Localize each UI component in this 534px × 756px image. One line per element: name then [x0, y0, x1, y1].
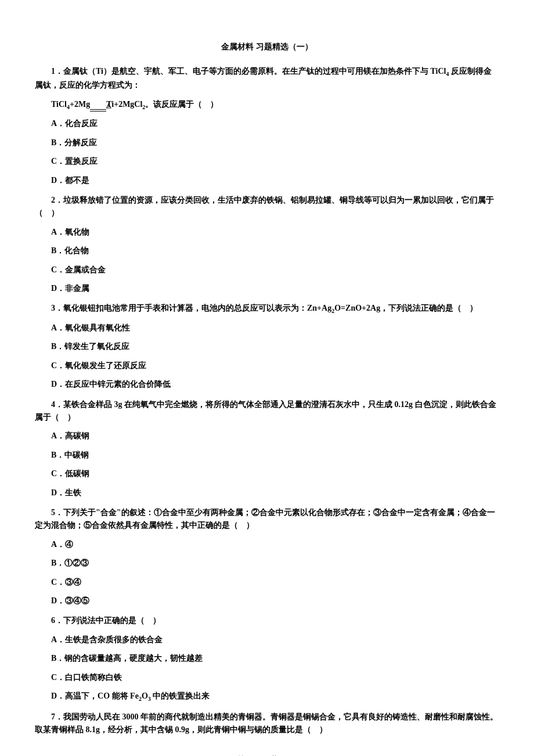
- q3-opt-d: D．在反应中锌元素的化合价降低: [35, 378, 499, 391]
- q1-eq-d: 。该反应属于（ ）: [145, 100, 218, 109]
- q3-opt-c: C．氧化银发生了还原反应: [35, 359, 499, 372]
- page-footer: 第 - 1 - 页 共 96 页: [35, 754, 499, 756]
- q2-opt-d: D．非金属: [35, 282, 499, 295]
- q1-opt-b: B．分解反应: [35, 136, 499, 149]
- q1-equation: TiCl4+2Mg△Ti+2MgCl2。该反应属于（ ）: [35, 98, 499, 112]
- q6-d-b: O: [142, 692, 148, 700]
- q6-d-c: 中的铁置换出来: [151, 692, 210, 700]
- q1-eq-b: +2Mg: [70, 100, 90, 109]
- q1-text: 1．金属钛（Ti）是航空、宇航、军工、电子等方面的必需原料。在生产钛的过程中可用…: [35, 65, 499, 92]
- q6-d-a: D．高温下，CO 能将 Fe: [51, 692, 139, 700]
- q5-opt-c: C．③④: [35, 576, 499, 589]
- q2-opt-b: B．化合物: [35, 244, 499, 257]
- page-title: 金属材料 习题精选（一）: [35, 41, 499, 53]
- q2-opt-c: C．金属或合金: [35, 264, 499, 276]
- q6-text: 6．下列说法中正确的是（ ）: [35, 614, 499, 627]
- q4-opt-b: B．中碳钢: [35, 449, 499, 462]
- q2-text: 2．垃圾释放错了位置的资源，应该分类回收，生活中废弃的铁锅、铝制易拉罐、铜导线等…: [35, 194, 499, 220]
- q5-opt-b: B．①②③: [35, 557, 499, 570]
- q3-text: 3．氧化银钮扣电池常用于手表和计算器，电池内的总反应可以表示为：Zn+Ag2O=…: [35, 302, 499, 316]
- q4-text: 4．某铁合金样品 3g 在纯氧气中完全燃烧，将所得的气体全部通入足量的澄清石灰水…: [35, 398, 499, 424]
- q4-opt-a: A．高碳钢: [35, 430, 499, 442]
- q1-eq-c: Ti+2MgCl: [106, 100, 142, 109]
- q6-opt-c: C．白口铁简称白铁: [35, 671, 499, 684]
- q2-opt-a: A．氧化物: [35, 226, 499, 239]
- q1-opt-c: C．置换反应: [35, 155, 499, 168]
- q6-opt-d: D．高温下，CO 能将 Fe2O3 中的铁置换出来: [35, 690, 499, 704]
- q7-text: 7．我国劳动人民在 3000 年前的商代就制造出精美的青铜器。青铜器是铜锡合金，…: [35, 711, 499, 737]
- q2-text-span: 2．垃圾释放错了位置的资源，应该分类回收，生活中废弃的铁锅、铝制易拉罐、铜导线等…: [35, 196, 494, 217]
- q1-eq-a: TiCl: [51, 100, 67, 109]
- q1-opt-a: A．化合反应: [35, 117, 499, 130]
- q3-text-a: 3．氧化银钮扣电池常用于手表和计算器，电池内的总反应可以表示为：Zn+Ag: [51, 304, 331, 312]
- q3-opt-b: B．锌发生了氧化反应: [35, 340, 499, 353]
- q4-opt-d: D．生铁: [35, 487, 499, 499]
- delta-icon: △: [90, 102, 106, 111]
- q4-opt-c: C．低碳钢: [35, 467, 499, 480]
- q1-opt-d: D．都不是: [35, 174, 499, 187]
- q5-opt-d: D．③④⑤: [35, 595, 499, 607]
- q6-opt-a: A．生铁是含杂质很多的铁合金: [35, 633, 499, 646]
- q6-opt-b: B．钢的含碳量越高，硬度越大，韧性越差: [35, 652, 499, 665]
- q3-text-b: O=ZnO+2Ag，下列说法正确的是（ ）: [334, 304, 478, 312]
- q5-opt-a: A．④: [35, 538, 499, 551]
- q5-text: 5．下列关于"合金"的叙述：①合金中至少有两种金属；②合金中元素以化合物形式存在…: [35, 506, 499, 532]
- q3-opt-a: A．氧化银具有氧化性: [35, 322, 499, 334]
- q1-text-a: 1．金属钛（Ti）是航空、宇航、军工、电子等方面的必需原料。在生产钛的过程中可用…: [51, 67, 446, 75]
